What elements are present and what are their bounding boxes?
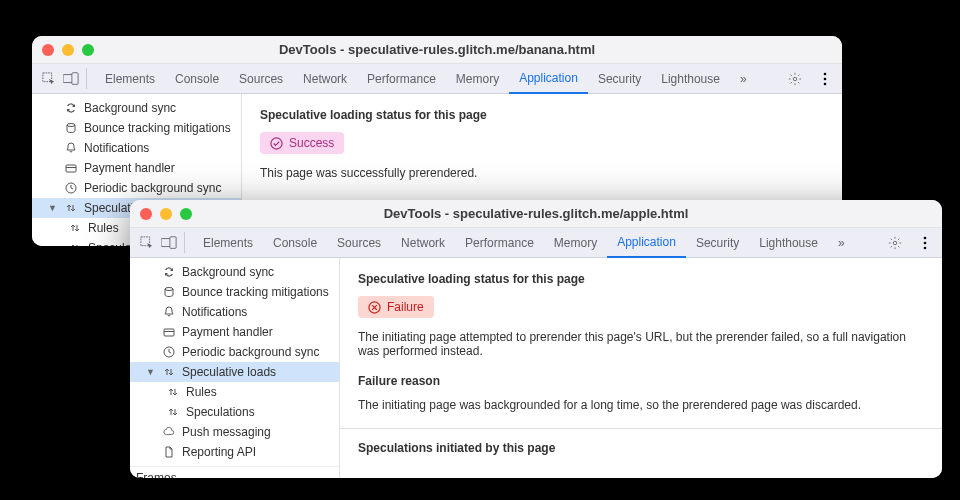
failure-reason-text: The initiating page was backgrounded for…: [358, 398, 924, 412]
sidebar-label: Speculations: [186, 405, 255, 419]
devtools-tabbar: Elements Console Sources Network Perform…: [32, 64, 842, 94]
sidebar-label: Bounce tracking mitigations: [182, 285, 329, 299]
chevron-down-icon: ▼: [146, 367, 156, 377]
cloud-icon: [162, 425, 176, 439]
cross-circle-icon: [368, 301, 381, 314]
tab-sources[interactable]: Sources: [327, 228, 391, 258]
updown-arrows-icon: [68, 221, 82, 235]
sidebar-label: Background sync: [84, 101, 176, 115]
sync-icon: [162, 265, 176, 279]
settings-gear-icon[interactable]: [784, 72, 806, 86]
tab-lighthouse[interactable]: Lighthouse: [651, 64, 730, 94]
svg-point-4: [824, 72, 827, 75]
sidebar-label: Payment handler: [182, 325, 273, 339]
sidebar-item-notifications[interactable]: Notifications: [130, 302, 339, 322]
status-heading: Speculative loading status for this page: [358, 272, 924, 286]
sidebar-item-speculations[interactable]: Speculations: [130, 402, 339, 422]
status-badge-failure: Failure: [358, 296, 434, 318]
status-badge-label: Success: [289, 136, 334, 150]
failure-reason-heading: Failure reason: [358, 374, 924, 388]
tab-security[interactable]: Security: [686, 228, 749, 258]
updown-arrows-icon: [64, 201, 78, 215]
tab-elements[interactable]: Elements: [193, 228, 263, 258]
sidebar-item-payment-handler[interactable]: Payment handler: [32, 158, 241, 178]
tab-application[interactable]: Application: [509, 64, 588, 94]
tab-memory[interactable]: Memory: [446, 64, 509, 94]
inspect-icon[interactable]: [136, 228, 158, 257]
sidebar-label: Notifications: [84, 141, 149, 155]
card-icon: [64, 161, 78, 175]
tab-memory[interactable]: Memory: [544, 228, 607, 258]
tab-console[interactable]: Console: [165, 64, 229, 94]
svg-rect-2: [72, 72, 78, 84]
sidebar-label: Notifications: [182, 305, 247, 319]
tab-application[interactable]: Application: [607, 228, 686, 258]
svg-point-11: [271, 137, 282, 148]
tab-overflow-icon[interactable]: »: [730, 64, 757, 94]
sidebar-item-payment-handler[interactable]: Payment handler: [130, 322, 339, 342]
tab-console[interactable]: Console: [263, 228, 327, 258]
panel-tabs: Elements Console Sources Network Perform…: [95, 64, 757, 93]
device-toggle-icon[interactable]: [158, 228, 180, 257]
bell-icon: [162, 305, 176, 319]
sync-icon: [64, 101, 78, 115]
sidebar-item-notifications[interactable]: Notifications: [32, 138, 241, 158]
device-toggle-icon[interactable]: [60, 64, 82, 93]
tab-performance[interactable]: Performance: [455, 228, 544, 258]
sidebar-item-rules[interactable]: Rules: [130, 382, 339, 402]
database-icon: [162, 285, 176, 299]
window-title: DevTools - speculative-rules.glitch.me/b…: [32, 42, 842, 57]
sidebar-section-frames[interactable]: Frames: [130, 466, 339, 478]
sidebar-item-background-sync[interactable]: Background sync: [32, 98, 241, 118]
sidebar-label: Specula: [88, 241, 131, 246]
sidebar-item-bounce-tracking[interactable]: Bounce tracking mitigations: [32, 118, 241, 138]
sidebar-label: Periodic background sync: [182, 345, 319, 359]
status-badge-label: Failure: [387, 300, 424, 314]
svg-point-18: [924, 246, 927, 249]
sidebar-item-speculative-loads[interactable]: ▼Speculative loads: [130, 362, 339, 382]
svg-point-7: [67, 124, 75, 127]
tab-network[interactable]: Network: [391, 228, 455, 258]
panel-tabs: Elements Console Sources Network Perform…: [193, 228, 855, 257]
updown-arrows-icon: [162, 365, 176, 379]
svg-point-15: [893, 241, 897, 245]
document-icon: [162, 445, 176, 459]
clock-icon: [162, 345, 176, 359]
sidebar-label: Reporting API: [182, 445, 256, 459]
tab-overflow-icon[interactable]: »: [828, 228, 855, 258]
sidebar-label: Speculative loads: [182, 365, 276, 379]
status-heading: Speculative loading status for this page: [260, 108, 824, 122]
more-menu-icon[interactable]: [814, 72, 836, 86]
database-icon: [64, 121, 78, 135]
sidebar-item-bounce-tracking[interactable]: Bounce tracking mitigations: [130, 282, 339, 302]
sidebar-label: Payment handler: [84, 161, 175, 175]
svg-point-6: [824, 82, 827, 85]
tab-network[interactable]: Network: [293, 64, 357, 94]
chevron-down-icon: ▼: [48, 203, 58, 213]
more-menu-icon[interactable]: [914, 236, 936, 250]
updown-arrows-icon: [68, 241, 82, 246]
status-description: This page was successfully prerendered.: [260, 166, 824, 180]
tab-elements[interactable]: Elements: [95, 64, 165, 94]
tab-security[interactable]: Security: [588, 64, 651, 94]
sidebar-item-background-sync[interactable]: Background sync: [130, 262, 339, 282]
sidebar-item-periodic-sync[interactable]: Periodic background sync: [32, 178, 241, 198]
inspect-icon[interactable]: [38, 64, 60, 93]
sidebar-label: Bounce tracking mitigations: [84, 121, 231, 135]
checkmark-circle-icon: [270, 137, 283, 150]
status-badge-success: Success: [260, 132, 344, 154]
svg-point-17: [924, 241, 927, 244]
svg-point-19: [165, 288, 173, 291]
tab-performance[interactable]: Performance: [357, 64, 446, 94]
settings-gear-icon[interactable]: [884, 236, 906, 250]
sidebar-item-reporting-api[interactable]: Reporting API: [130, 442, 339, 462]
svg-rect-8: [66, 165, 76, 172]
updown-arrows-icon: [166, 385, 180, 399]
sidebar-item-periodic-sync[interactable]: Periodic background sync: [130, 342, 339, 362]
sidebar-label: Periodic background sync: [84, 181, 221, 195]
card-icon: [162, 325, 176, 339]
sidebar-item-push-messaging[interactable]: Push messaging: [130, 422, 339, 442]
application-sidebar: Background sync Bounce tracking mitigati…: [130, 258, 340, 478]
tab-lighthouse[interactable]: Lighthouse: [749, 228, 828, 258]
tab-sources[interactable]: Sources: [229, 64, 293, 94]
